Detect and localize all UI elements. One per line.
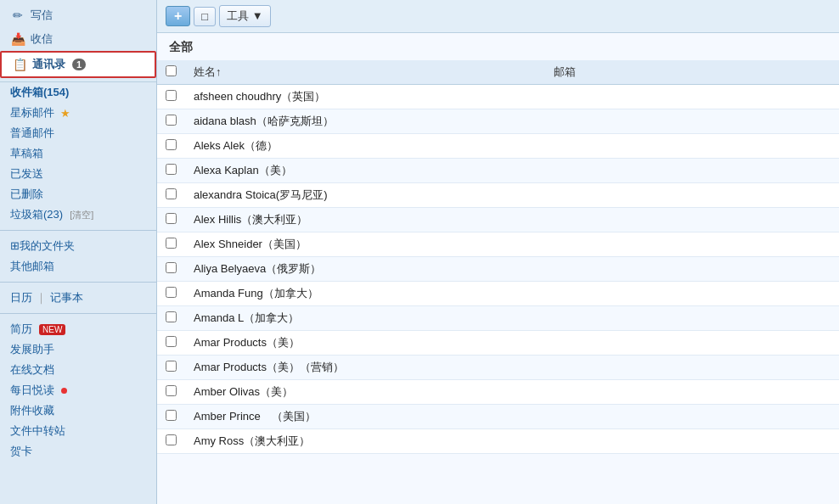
nav-item-compose[interactable]: ✏写信 [0,3,156,27]
table-row[interactable]: Aleks Alek（德） [157,134,839,159]
folder-inbox-folder[interactable]: 收件箱(154) [0,82,156,103]
contact-name-5: Alex Hillis（澳大利亚） [185,208,545,232]
contact-name-7: Aliya Belyaeva（俄罗斯） [185,257,545,282]
table-row[interactable]: Amy Ross（澳大利亚） [157,429,839,454]
contact-name-6: Alex Shneider（美国） [185,232,545,257]
table-row[interactable]: Amanda Fung（加拿大） [157,282,839,306]
window-button[interactable]: □ [194,7,216,26]
compose-icon: ✏ [10,8,25,22]
row-checkbox-13[interactable] [166,410,177,421]
app-transfer[interactable]: 文件中转站 [0,421,156,441]
table-row[interactable]: Aliya Belyaeva（俄罗斯） [157,257,839,282]
extra-my-folders[interactable]: ⊞我的文件夹 [0,236,156,256]
contact-email-8 [545,282,839,306]
app-resume[interactable]: 简历NEW [0,319,156,339]
contact-name-12: Amber Olivas（美） [185,380,545,405]
sidebar-nav: ✏写信📥收信📋通讯录1 [0,0,156,82]
folder-starred[interactable]: 星标邮件 ★ [0,103,156,123]
spam-clear[interactable]: [清空] [70,209,93,221]
folder-draft-box[interactable]: 草稿箱 [0,143,156,164]
table-row[interactable]: aidana blash（哈萨克斯坦） [157,109,839,134]
attachments-label: 附件收藏 [10,403,54,418]
app-career[interactable]: 发展助手 [0,339,156,360]
spam-label: 垃圾箱(23) [10,207,63,222]
table-row[interactable]: Alexa Kaplan（美） [157,159,839,183]
app-docs[interactable]: 在线文档 [0,360,156,380]
sent-label: 已发送 [10,166,43,182]
contact-email-2 [545,134,839,159]
row-checkbox-2[interactable] [166,139,177,150]
trash-label: 已删除 [10,187,43,202]
folder-trash[interactable]: 已删除 [0,184,156,204]
contact-name-2: Aleks Alek（德） [185,134,545,159]
contacts-icon: 📋 [12,58,27,71]
contact-email-6 [545,232,839,257]
tools-dropdown-button[interactable]: 工具 ▼ [219,5,270,27]
table-row[interactable]: Amar Products（美）（营销） [157,356,839,380]
row-checkbox-11[interactable] [166,361,177,372]
table-row[interactable]: Alex Hillis（澳大利亚） [157,208,839,232]
table-row[interactable]: alexandra Stoica(罗马尼亚) [157,183,839,208]
app-greeting[interactable]: 贺卡 [0,441,156,462]
table-row[interactable]: Alex Shneider（美国） [157,232,839,257]
inbox-folder-label: 收件箱(154) [10,85,69,100]
drafts-label: 普通邮件 [10,126,54,141]
row-checkbox-10[interactable] [166,336,177,347]
contact-name-14: Amy Ross（澳大利亚） [185,429,545,454]
starred-label: 星标邮件 [10,105,54,120]
app-daily[interactable]: 每日悦读 [0,380,156,400]
contact-email-3 [545,159,839,183]
contact-email-12 [545,380,839,405]
extra-other-mail[interactable]: 其他邮箱 [0,256,156,277]
row-checkbox-1[interactable] [166,115,177,126]
row-checkbox-4[interactable] [166,188,177,199]
contact-email-13 [545,405,839,429]
folder-spam[interactable]: 垃圾箱(23)[清空] [0,204,156,225]
add-button[interactable]: + [166,6,190,26]
select-all-checkbox[interactable] [166,65,177,76]
row-checkbox-9[interactable] [166,311,177,322]
row-checkbox-5[interactable] [166,213,177,224]
contact-email-10 [545,331,839,356]
table-row[interactable]: Amar Products（美） [157,331,839,356]
contact-name-11: Amar Products（美）（营销） [185,356,545,380]
row-checkbox-6[interactable] [166,238,177,249]
contact-email-5 [545,208,839,232]
folder-sent[interactable]: 已发送 [0,164,156,184]
table-row[interactable]: Amber Prince （美国） [157,405,839,429]
contact-name-8: Amanda Fung（加拿大） [185,282,545,306]
sidebar-folders: 收件箱(154)星标邮件 ★普通邮件草稿箱已发送已删除垃圾箱(23)[清空]⊞我… [0,82,156,319]
greeting-label: 贺卡 [10,444,32,459]
calendar-notes-row: 日历｜记事本 [0,288,156,308]
table-row[interactable]: Amanda L（加拿大） [157,306,839,331]
contact-email-0 [545,85,839,109]
row-checkbox-3[interactable] [166,164,177,175]
contact-email-14 [545,429,839,454]
nav-item-inbox[interactable]: 📥收信 [0,27,156,51]
table-row[interactable]: Amber Olivas（美） [157,380,839,405]
docs-label: 在线文档 [10,362,54,378]
contact-email-1 [545,109,839,134]
toolbar: + □ 工具 ▼ [157,0,839,33]
contact-email-9 [545,306,839,331]
contact-name-13: Amber Prince （美国） [185,405,545,429]
contact-name-1: aidana blash（哈萨克斯坦） [185,109,545,134]
folder-drafts[interactable]: 普通邮件 [0,123,156,143]
row-checkbox-14[interactable] [166,434,177,445]
inbox-label: 收信 [31,31,53,47]
draft-box-label: 草稿箱 [10,146,43,161]
inbox-icon: 📥 [10,32,25,46]
app-attachments[interactable]: 附件收藏 [0,400,156,421]
row-checkbox-7[interactable] [166,262,177,273]
notes-tool[interactable]: 记事本 [50,290,83,305]
contact-name-10: Amar Products（美） [185,331,545,356]
nav-item-contacts[interactable]: 📋通讯录1 [0,51,156,78]
row-checkbox-8[interactable] [166,287,177,298]
contact-email-11 [545,356,839,380]
table-row[interactable]: afsheen choudhry（英国） [157,85,839,109]
row-checkbox-0[interactable] [166,90,177,101]
col-header-name[interactable]: 姓名↑ [185,60,545,85]
separator-tool: ｜ [36,290,47,305]
calendar-tool[interactable]: 日历 [10,290,32,305]
row-checkbox-12[interactable] [166,385,177,396]
